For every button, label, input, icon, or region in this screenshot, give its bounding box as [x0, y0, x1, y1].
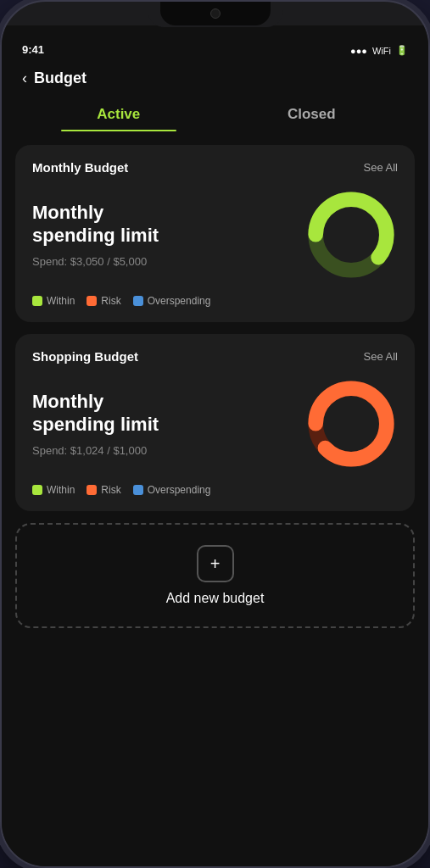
shopping-legend-overspending: Overspending	[133, 484, 211, 496]
status-time: 9:41	[22, 43, 44, 56]
add-budget-button[interactable]: + Add new budget	[15, 523, 415, 628]
header: ‹ Budget	[2, 63, 428, 97]
plus-icon: +	[210, 554, 221, 574]
shopping-budget-card: Shopping Budget See All Monthly spending…	[15, 334, 415, 511]
monthly-see-all[interactable]: See All	[364, 161, 398, 174]
monthly-spend: Spend: $3,050 / $5,000	[32, 255, 304, 268]
shopping-card-title: Shopping Budget	[32, 349, 138, 364]
shopping-legend-risk: Risk	[87, 484, 120, 496]
monthly-legend: Within Risk Overspending	[32, 295, 398, 307]
front-camera	[210, 8, 221, 19]
shopping-risk-dot	[87, 485, 97, 495]
risk-label: Risk	[101, 295, 120, 307]
content-area: Monthly Budget See All Monthly spending …	[2, 145, 428, 866]
shopping-within-label: Within	[47, 484, 75, 496]
shopping-card-header: Shopping Budget See All	[32, 349, 398, 364]
battery-icon: 🔋	[396, 45, 408, 56]
shopping-overspending-label: Overspending	[148, 484, 211, 496]
screen: 9:41 ●●● WiFi 🔋 ‹ Budget Active Closed	[2, 25, 428, 866]
monthly-donut	[304, 188, 398, 281]
monthly-legend-within: Within	[32, 295, 75, 307]
shopping-risk-label: Risk	[101, 484, 120, 496]
shopping-legend: Within Risk Overspending	[32, 484, 398, 496]
tab-bar: Active Closed	[2, 97, 428, 131]
tab-active[interactable]: Active	[22, 97, 215, 131]
notch	[160, 2, 271, 25]
page-title: Budget	[34, 70, 87, 87]
wifi-icon: WiFi	[372, 46, 391, 56]
shopping-overspending-dot	[133, 485, 143, 495]
phone-frame: 9:41 ●●● WiFi 🔋 ‹ Budget Active Closed	[0, 0, 430, 868]
shopping-spend: Spend: $1,024 / $1,000	[32, 444, 304, 457]
shopping-within-dot	[32, 485, 42, 495]
shopping-budget-name: Monthly spending limit	[32, 391, 304, 436]
add-budget-label: Add new budget	[166, 591, 265, 606]
within-dot	[32, 296, 42, 306]
monthly-legend-overspending: Overspending	[133, 295, 211, 307]
signal-icon: ●●●	[350, 46, 367, 56]
monthly-budget-info: Monthly spending limit Spend: $3,050 / $…	[32, 202, 304, 268]
overspending-label: Overspending	[148, 295, 211, 307]
monthly-card-header: Monthly Budget See All	[32, 160, 398, 175]
shopping-card-body: Monthly spending limit Spend: $1,024 / $…	[32, 377, 398, 470]
svg-point-3	[316, 388, 387, 459]
monthly-card-body: Monthly spending limit Spend: $3,050 / $…	[32, 188, 398, 281]
risk-dot	[87, 296, 97, 306]
monthly-budget-card: Monthly Budget See All Monthly spending …	[15, 145, 415, 322]
shopping-legend-within: Within	[32, 484, 75, 496]
within-label: Within	[47, 295, 75, 307]
overspending-dot	[133, 296, 143, 306]
status-bar: 9:41 ●●● WiFi 🔋	[2, 25, 428, 63]
monthly-card-title: Monthly Budget	[32, 160, 128, 175]
tab-closed[interactable]: Closed	[215, 97, 409, 131]
back-button[interactable]: ‹	[22, 70, 27, 87]
shopping-see-all[interactable]: See All	[364, 350, 398, 363]
status-icons: ●●● WiFi 🔋	[350, 45, 408, 56]
shopping-donut	[304, 377, 398, 470]
shopping-budget-info: Monthly spending limit Spend: $1,024 / $…	[32, 391, 304, 457]
monthly-budget-name: Monthly spending limit	[32, 202, 304, 247]
monthly-legend-risk: Risk	[87, 295, 120, 307]
add-icon-box: +	[197, 545, 234, 582]
